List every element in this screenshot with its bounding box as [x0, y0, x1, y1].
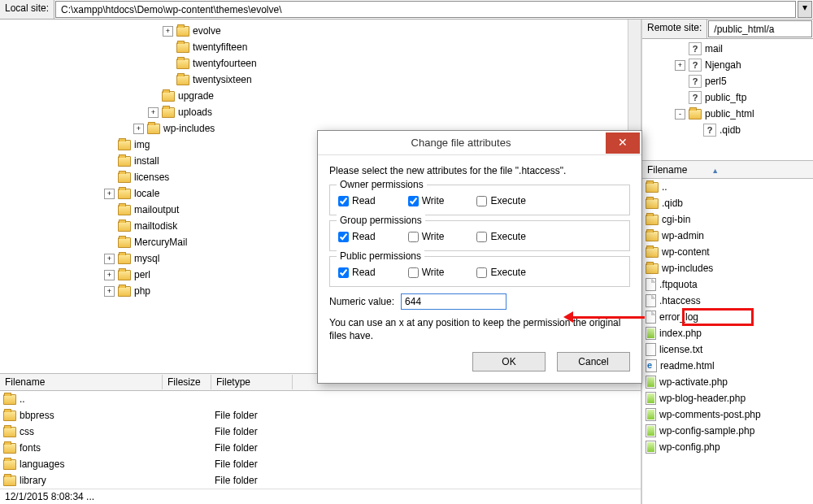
group-write-checkbox[interactable]: Write [408, 231, 445, 242]
remote-list-header[interactable]: Filename▲ [642, 161, 813, 179]
folder-icon [118, 254, 131, 264]
tree-item-label: public_html [705, 108, 754, 119]
public-legend: Public permissions [337, 250, 424, 262]
list-item-name: wp-includes [662, 263, 713, 274]
local-path-dropdown[interactable]: ▾ [798, 1, 812, 18]
folder-icon [3, 476, 16, 486]
tree-item-label: mail [705, 43, 723, 54]
list-item[interactable]: wp-activate.php [642, 374, 813, 390]
folder-icon [118, 189, 131, 199]
group-execute-checkbox[interactable]: Execute [476, 231, 525, 242]
tree-item[interactable]: upgrade [0, 88, 641, 104]
folder-icon [147, 124, 160, 134]
remote-list[interactable]: ...qidbcgi-binwp-adminwp-contentwp-inclu… [642, 179, 813, 455]
tree-item-label: MercuryMail [134, 237, 187, 248]
list-item-name: readme.html [660, 360, 715, 371]
expander-icon[interactable]: + [675, 60, 685, 71]
remote-site-label: Remote site: [642, 20, 707, 38]
tree-item-label: perl5 [705, 76, 727, 87]
tree-item[interactable]: ?public_ftp [642, 89, 813, 106]
expander-icon[interactable]: + [148, 107, 159, 118]
folder-icon [118, 221, 131, 232]
php-icon [646, 376, 656, 389]
group-read-checkbox[interactable]: Read [338, 231, 376, 242]
public-write-checkbox[interactable]: Write [408, 267, 445, 278]
tree-item[interactable]: twentyfifteen [0, 39, 641, 55]
list-item[interactable]: .. [642, 179, 813, 195]
folder-icon [646, 198, 659, 209]
list-item[interactable]: wp-config-sample.php [642, 423, 813, 439]
expander-icon[interactable]: - [675, 109, 685, 119]
list-item[interactable]: wp-includes [642, 260, 813, 276]
list-item[interactable]: .ftpquota [642, 276, 813, 293]
list-item-type: File folder [215, 410, 296, 421]
list-item[interactable]: wp-comments-post.php [642, 406, 813, 423]
tree-item-label: wp-includes [163, 123, 215, 134]
php-icon [646, 392, 656, 405]
col-filename[interactable]: Filename▲ [642, 163, 813, 177]
tree-item-label: mailtodisk [134, 220, 177, 232]
list-item-name: wp-config.php [659, 441, 720, 453]
list-item[interactable]: readme.html [642, 358, 813, 374]
numeric-value-input[interactable] [401, 293, 506, 310]
expander-icon[interactable]: + [104, 286, 115, 297]
list-item-type: File folder [215, 426, 296, 437]
col-filename[interactable]: Filename [0, 375, 163, 389]
tree-item-label: mailoutput [134, 204, 179, 215]
list-item[interactable]: wp-config.php [642, 439, 813, 455]
list-item-name: wp-blog-header.php [659, 393, 746, 404]
tree-item[interactable]: twentyfourteen [0, 55, 641, 72]
tree-item[interactable]: ?mail [642, 41, 813, 57]
expander-icon[interactable]: + [163, 26, 173, 37]
list-item[interactable]: libraryFile folder [0, 472, 641, 489]
expander-icon[interactable]: + [104, 189, 115, 199]
col-filetype[interactable]: Filetype [211, 375, 293, 389]
tree-item-label: img [134, 139, 150, 150]
list-item[interactable]: .. [0, 391, 641, 407]
list-item[interactable]: cgi-bin [642, 211, 813, 228]
owner-write-checkbox[interactable]: Write [408, 195, 445, 206]
remote-path-input[interactable]: /public_html/a [708, 20, 812, 37]
expander-icon[interactable]: + [104, 270, 115, 280]
tree-item[interactable]: -public_html [642, 106, 813, 122]
list-item[interactable]: .qidb [642, 195, 813, 211]
col-filesize[interactable]: Filesize [163, 375, 211, 389]
tree-item[interactable]: +evolve [0, 23, 641, 39]
list-item[interactable]: .htaccess [642, 293, 813, 309]
public-read-checkbox[interactable]: Read [338, 267, 376, 278]
list-item-name: wp-content [662, 246, 710, 258]
list-item[interactable]: fontsFile folder [0, 440, 641, 456]
expander-icon[interactable]: + [104, 254, 115, 264]
list-item[interactable]: error_log [642, 309, 813, 325]
close-button[interactable]: ✕ [606, 133, 640, 154]
tree-item[interactable]: ?perl5 [642, 73, 813, 89]
tree-item[interactable]: ?.qidb [642, 122, 813, 138]
list-item-name: .. [662, 181, 667, 193]
owner-execute-checkbox[interactable]: Execute [476, 195, 525, 206]
tree-item[interactable]: twentysixteen [0, 72, 641, 88]
list-item[interactable]: bbpressFile folder [0, 407, 641, 424]
file-icon [646, 294, 656, 307]
remote-tree[interactable]: ?mail+?Njengah?perl5?public_ftp-public_h… [642, 39, 813, 161]
folder-icon [646, 182, 659, 193]
tree-item[interactable]: +uploads [0, 104, 641, 120]
tree-item[interactable]: +?Njengah [642, 57, 813, 73]
list-item[interactable]: wp-content [642, 244, 813, 260]
list-item[interactable]: license.txt [642, 341, 813, 358]
list-item[interactable]: cssFile folder [0, 424, 641, 440]
folder-icon [176, 59, 189, 69]
list-item[interactable]: languagesFile folder [0, 456, 641, 472]
unknown-icon: ? [689, 59, 702, 72]
list-item-name: wp-admin [662, 230, 704, 241]
public-execute-checkbox[interactable]: Execute [476, 267, 525, 278]
list-item[interactable]: wp-admin [642, 228, 813, 244]
list-item-name: css [20, 426, 34, 437]
ok-button[interactable]: OK [472, 352, 546, 371]
cancel-button[interactable]: Cancel [557, 352, 630, 371]
local-path-input[interactable]: C:\xampp\htdocs\Demo\wp-content\themes\e… [55, 1, 796, 18]
list-item[interactable]: index.php [642, 325, 813, 341]
public-permissions-group: Public permissions Read Write Execute [329, 256, 630, 287]
expander-icon[interactable]: + [133, 124, 144, 134]
owner-read-checkbox[interactable]: Read [338, 195, 376, 206]
list-item[interactable]: wp-blog-header.php [642, 390, 813, 406]
